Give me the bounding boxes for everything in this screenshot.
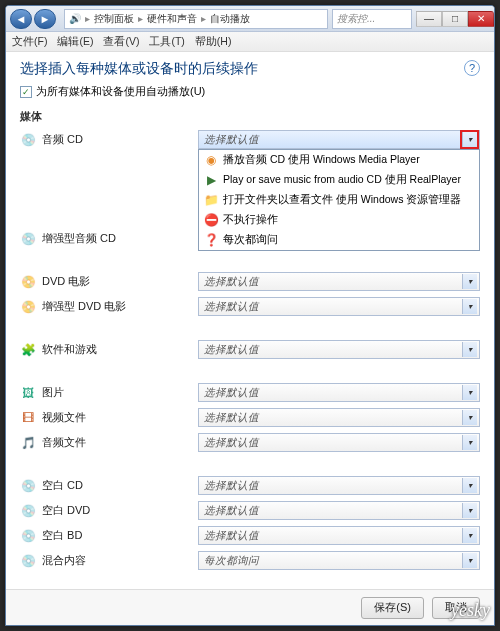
row-label: 视频文件 <box>42 410 192 425</box>
page-title: 选择插入每种媒体或设备时的后续操作 <box>20 60 480 78</box>
menu-tools[interactable]: 工具(T) <box>149 35 184 49</box>
row-label: 音频文件 <box>42 435 192 450</box>
back-button[interactable]: ◄ <box>10 9 32 29</box>
row-label: DVD 电影 <box>42 274 192 289</box>
dropdown-picture[interactable]: 选择默认值▾ <box>198 383 480 402</box>
dd-option-noaction[interactable]: ⛔不执行操作 <box>199 210 479 230</box>
row-label: 混合内容 <box>42 553 192 568</box>
chevron-down-icon[interactable]: ▾ <box>462 132 477 147</box>
row-blank-dvd: 💿空白 DVD选择默认值▾ <box>20 501 480 520</box>
ask-icon: ❓ <box>204 232 218 248</box>
menu-file[interactable]: 文件(F) <box>12 35 47 49</box>
titlebar: ◄ ► 🔊 ▸ 控制面板 ▸ 硬件和声音 ▸ 自动播放 搜索控... ― □ ✕ <box>6 6 494 32</box>
disc-icon: 💿 <box>20 553 36 569</box>
group-media: 媒体 <box>20 109 480 124</box>
audio-icon: 🎵 <box>20 435 36 451</box>
realplayer-icon: ▶ <box>204 172 218 188</box>
no-icon: ⛔ <box>204 212 218 228</box>
row-video: 🎞视频文件选择默认值▾ <box>20 408 480 427</box>
row-label: 空白 DVD <box>42 503 192 518</box>
folder-icon: 📁 <box>204 192 218 208</box>
dropdown-audio[interactable]: 选择默认值▾ <box>198 433 480 452</box>
chevron-down-icon[interactable]: ▾ <box>462 435 477 450</box>
row-software: 🧩软件和游戏选择默认值▾ <box>20 340 480 359</box>
dd-option-ask[interactable]: ❓每次都询问 <box>199 230 479 250</box>
menu-help[interactable]: 帮助(H) <box>195 35 232 49</box>
chevron-down-icon[interactable]: ▾ <box>462 299 477 314</box>
disc-icon: 💿 <box>20 231 36 247</box>
chevron-down-icon[interactable]: ▾ <box>462 503 477 518</box>
row-label: 增强型 DVD 电影 <box>42 299 192 314</box>
save-button[interactable]: 保存(S) <box>361 597 424 619</box>
maximize-button[interactable]: □ <box>442 11 468 27</box>
chevron-down-icon[interactable]: ▾ <box>462 274 477 289</box>
cancel-button[interactable]: 取消 <box>432 597 480 619</box>
video-icon: 🎞 <box>20 410 36 426</box>
breadcrumb-sep: ▸ <box>201 13 206 24</box>
row-label: 音频 CD <box>42 132 192 147</box>
row-blank-bd: 💿空白 BD选择默认值▾ <box>20 526 480 545</box>
row-audio: 🎵音频文件选择默认值▾ <box>20 433 480 452</box>
dropdown-enhanced-dvd[interactable]: 选择默认值▾ <box>198 297 480 316</box>
search-input[interactable]: 搜索控... <box>332 9 412 29</box>
dropdown-video[interactable]: 选择默认值▾ <box>198 408 480 427</box>
row-enhanced-dvd: 📀增强型 DVD 电影选择默认值▾ <box>20 297 480 316</box>
row-blank-cd: 💿空白 CD选择默认值▾ <box>20 476 480 495</box>
row-mixed: 💿混合内容每次都询问▾ <box>20 551 480 570</box>
menu-edit[interactable]: 编辑(E) <box>57 35 93 49</box>
chevron-down-icon[interactable]: ▾ <box>462 528 477 543</box>
dropdown-blank-cd[interactable]: 选择默认值▾ <box>198 476 480 495</box>
chevron-down-icon[interactable]: ▾ <box>462 410 477 425</box>
row-label: 图片 <box>42 385 192 400</box>
menubar: 文件(F) 编辑(E) 查看(V) 工具(T) 帮助(H) <box>6 32 494 52</box>
disc-icon: 📀 <box>20 299 36 315</box>
disc-icon: 💿 <box>20 528 36 544</box>
footer: 保存(S) 取消 <box>6 589 494 625</box>
close-button[interactable]: ✕ <box>468 11 494 27</box>
content-area: ? 选择插入每种媒体或设备时的后续操作 为所有媒体和设备使用自动播放(U) 媒体… <box>6 52 494 589</box>
dropdown-blank-dvd[interactable]: 选择默认值▾ <box>198 501 480 520</box>
disc-icon: 💿 <box>20 132 36 148</box>
breadcrumb-sep: ▸ <box>138 13 143 24</box>
use-autoplay-checkbox[interactable] <box>20 86 32 98</box>
breadcrumb-1[interactable]: 控制面板 <box>94 12 134 26</box>
address-bar[interactable]: 🔊 ▸ 控制面板 ▸ 硬件和声音 ▸ 自动播放 <box>64 9 328 29</box>
row-label: 空白 CD <box>42 478 192 493</box>
breadcrumb-3[interactable]: 自动播放 <box>210 12 250 26</box>
chevron-down-icon[interactable]: ▾ <box>462 478 477 493</box>
row-dvd-movie: 📀DVD 电影选择默认值▾ <box>20 272 480 291</box>
forward-button[interactable]: ► <box>34 9 56 29</box>
dropdown-mixed[interactable]: 每次都询问▾ <box>198 551 480 570</box>
menu-view[interactable]: 查看(V) <box>103 35 139 49</box>
disc-icon: 📀 <box>20 274 36 290</box>
breadcrumb-2[interactable]: 硬件和声音 <box>147 12 197 26</box>
disc-icon: 💿 <box>20 503 36 519</box>
wmp-icon: ◉ <box>204 152 218 168</box>
picture-icon: 🖼 <box>20 385 36 401</box>
dropdown-blank-bd[interactable]: 选择默认值▾ <box>198 526 480 545</box>
minimize-button[interactable]: ― <box>416 11 442 27</box>
dd-option-explorer[interactable]: 📁打开文件夹以查看文件 使用 Windows 资源管理器 <box>199 190 479 210</box>
dropdown-software[interactable]: 选择默认值▾ <box>198 340 480 359</box>
row-label: 软件和游戏 <box>42 342 192 357</box>
software-icon: 🧩 <box>20 342 36 358</box>
dropdown-dvd-movie[interactable]: 选择默认值▾ <box>198 272 480 291</box>
chevron-down-icon[interactable]: ▾ <box>462 342 477 357</box>
dropdown-audio-cd[interactable]: 选择默认值 ▾ <box>198 130 480 149</box>
speaker-icon: 🔊 <box>69 13 81 24</box>
chevron-down-icon[interactable]: ▾ <box>462 385 477 400</box>
row-picture: 🖼图片选择默认值▾ <box>20 383 480 402</box>
help-icon[interactable]: ? <box>464 60 480 76</box>
use-autoplay-label: 为所有媒体和设备使用自动播放(U) <box>36 84 205 99</box>
disc-icon: 💿 <box>20 478 36 494</box>
dd-option-wmp[interactable]: ◉播放音频 CD 使用 Windows Media Player <box>199 150 479 170</box>
row-label: 增强型音频 CD <box>42 231 192 246</box>
dropdown-list: ◉播放音频 CD 使用 Windows Media Player ▶Play o… <box>198 149 480 251</box>
row-audio-cd: 💿 音频 CD 选择默认值 ▾ ◉播放音频 CD 使用 Windows Medi… <box>20 130 480 149</box>
row-label: 空白 BD <box>42 528 192 543</box>
breadcrumb-sep: ▸ <box>85 13 90 24</box>
dropdown-value: 选择默认值 <box>204 133 259 147</box>
chevron-down-icon[interactable]: ▾ <box>462 553 477 568</box>
dd-option-realplayer[interactable]: ▶Play or save music from audio CD 使用 Rea… <box>199 170 479 190</box>
